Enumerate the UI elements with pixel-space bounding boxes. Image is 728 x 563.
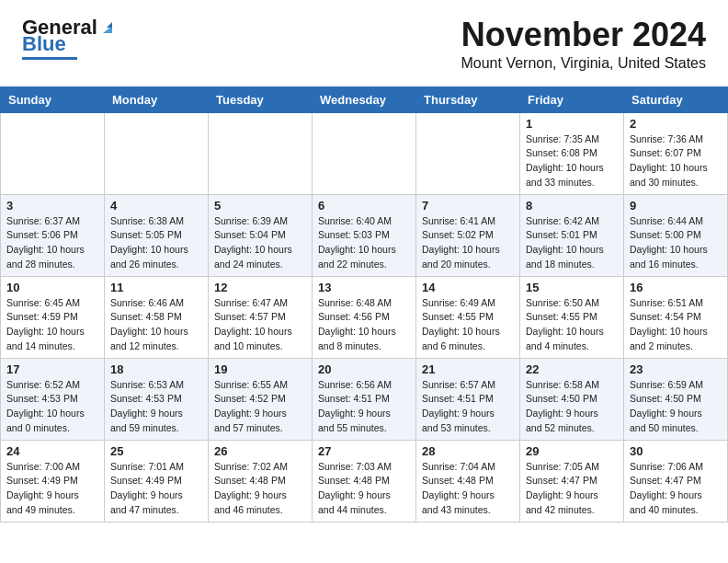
logo-underline <box>22 57 77 60</box>
day-info: Sunrise: 7:03 AMSunset: 4:48 PMDaylight:… <box>318 460 410 518</box>
calendar-cell: 22Sunrise: 6:58 AMSunset: 4:50 PMDayligh… <box>520 358 624 440</box>
day-number: 18 <box>110 362 202 376</box>
day-number: 22 <box>526 362 618 376</box>
day-info: Sunrise: 6:57 AMSunset: 4:51 PMDaylight:… <box>422 378 514 436</box>
day-number: 20 <box>318 362 410 376</box>
day-info: Sunrise: 6:49 AMSunset: 4:55 PMDaylight:… <box>422 296 514 354</box>
calendar-cell <box>416 112 520 194</box>
day-info: Sunrise: 6:37 AMSunset: 5:06 PMDaylight:… <box>6 214 98 272</box>
calendar-cell: 7Sunrise: 6:41 AMSunset: 5:02 PMDaylight… <box>416 194 520 276</box>
day-info: Sunrise: 6:58 AMSunset: 4:50 PMDaylight:… <box>526 378 618 436</box>
day-info: Sunrise: 6:38 AMSunset: 5:05 PMDaylight:… <box>110 214 202 272</box>
day-info: Sunrise: 6:39 AMSunset: 5:04 PMDaylight:… <box>214 214 306 272</box>
day-info: Sunrise: 6:45 AMSunset: 4:59 PMDaylight:… <box>6 296 98 354</box>
calendar-cell: 27Sunrise: 7:03 AMSunset: 4:48 PMDayligh… <box>313 440 416 522</box>
day-number: 16 <box>630 281 722 294</box>
day-number: 8 <box>526 199 618 213</box>
day-info: Sunrise: 6:42 AMSunset: 5:01 PMDaylight:… <box>526 214 618 272</box>
col-header-tuesday: Tuesday <box>209 86 313 112</box>
day-info: Sunrise: 6:44 AMSunset: 5:00 PMDaylight:… <box>630 214 722 272</box>
day-number: 23 <box>630 362 722 376</box>
day-number: 24 <box>6 444 98 458</box>
calendar-cell: 12Sunrise: 6:47 AMSunset: 4:57 PMDayligh… <box>209 276 313 358</box>
day-info: Sunrise: 7:05 AMSunset: 4:47 PMDaylight:… <box>526 460 618 518</box>
day-number: 13 <box>318 281 410 294</box>
calendar-cell <box>105 112 209 194</box>
logo: General Blue <box>22 17 116 60</box>
month-title: November 2024 <box>461 17 706 53</box>
logo-blue-text: Blue <box>22 32 66 55</box>
day-number: 9 <box>630 199 722 213</box>
calendar-cell: 23Sunrise: 6:59 AMSunset: 4:50 PMDayligh… <box>624 358 728 440</box>
calendar-cell: 28Sunrise: 7:04 AMSunset: 4:48 PMDayligh… <box>416 440 520 522</box>
col-header-saturday: Saturday <box>624 86 728 112</box>
calendar-cell: 15Sunrise: 6:50 AMSunset: 4:55 PMDayligh… <box>520 276 624 358</box>
calendar-cell: 11Sunrise: 6:46 AMSunset: 4:58 PMDayligh… <box>105 276 209 358</box>
col-header-wednesday: Wednesday <box>313 86 416 112</box>
calendar-week-row: 17Sunrise: 6:52 AMSunset: 4:53 PMDayligh… <box>1 358 728 440</box>
calendar-cell: 24Sunrise: 7:00 AMSunset: 4:49 PMDayligh… <box>1 440 105 522</box>
day-info: Sunrise: 7:35 AMSunset: 6:08 PMDaylight:… <box>526 132 618 190</box>
calendar-cell <box>313 112 416 194</box>
day-number: 14 <box>422 281 514 294</box>
calendar-week-row: 10Sunrise: 6:45 AMSunset: 4:59 PMDayligh… <box>1 276 728 358</box>
calendar-cell: 29Sunrise: 7:05 AMSunset: 4:47 PMDayligh… <box>520 440 624 522</box>
day-info: Sunrise: 7:02 AMSunset: 4:48 PMDaylight:… <box>214 460 306 518</box>
day-number: 15 <box>526 281 618 294</box>
calendar-cell: 10Sunrise: 6:45 AMSunset: 4:59 PMDayligh… <box>1 276 105 358</box>
day-info: Sunrise: 6:40 AMSunset: 5:03 PMDaylight:… <box>318 214 410 272</box>
calendar-cell: 25Sunrise: 7:01 AMSunset: 4:49 PMDayligh… <box>105 440 209 522</box>
calendar-cell: 8Sunrise: 6:42 AMSunset: 5:01 PMDaylight… <box>520 194 624 276</box>
day-info: Sunrise: 6:46 AMSunset: 4:58 PMDaylight:… <box>110 296 202 354</box>
calendar-cell: 5Sunrise: 6:39 AMSunset: 5:04 PMDaylight… <box>209 194 313 276</box>
day-number: 27 <box>318 444 410 458</box>
calendar-cell: 9Sunrise: 6:44 AMSunset: 5:00 PMDaylight… <box>624 194 728 276</box>
day-number: 10 <box>6 281 98 294</box>
title-block: November 2024 Mount Vernon, Virginia, Un… <box>461 17 706 72</box>
day-info: Sunrise: 6:47 AMSunset: 4:57 PMDaylight:… <box>214 296 306 354</box>
calendar-cell: 13Sunrise: 6:48 AMSunset: 4:56 PMDayligh… <box>313 276 416 358</box>
day-info: Sunrise: 7:04 AMSunset: 4:48 PMDaylight:… <box>422 460 514 518</box>
col-header-sunday: Sunday <box>1 86 105 112</box>
calendar-week-row: 3Sunrise: 6:37 AMSunset: 5:06 PMDaylight… <box>1 194 728 276</box>
col-header-monday: Monday <box>105 86 209 112</box>
day-info: Sunrise: 7:01 AMSunset: 4:49 PMDaylight:… <box>110 460 202 518</box>
calendar-cell: 14Sunrise: 6:49 AMSunset: 4:55 PMDayligh… <box>416 276 520 358</box>
calendar-cell: 16Sunrise: 6:51 AMSunset: 4:54 PMDayligh… <box>624 276 728 358</box>
calendar-cell <box>1 112 105 194</box>
calendar-cell: 26Sunrise: 7:02 AMSunset: 4:48 PMDayligh… <box>209 440 313 522</box>
day-number: 25 <box>110 444 202 458</box>
calendar-cell: 4Sunrise: 6:38 AMSunset: 5:05 PMDaylight… <box>105 194 209 276</box>
col-header-friday: Friday <box>520 86 624 112</box>
calendar-cell: 19Sunrise: 6:55 AMSunset: 4:52 PMDayligh… <box>209 358 313 440</box>
calendar-week-row: 1Sunrise: 7:35 AMSunset: 6:08 PMDaylight… <box>1 112 728 194</box>
col-header-thursday: Thursday <box>416 86 520 112</box>
day-info: Sunrise: 6:52 AMSunset: 4:53 PMDaylight:… <box>6 378 98 436</box>
day-number: 6 <box>318 199 410 213</box>
day-number: 29 <box>526 444 618 458</box>
calendar-cell: 6Sunrise: 6:40 AMSunset: 5:03 PMDaylight… <box>313 194 416 276</box>
calendar-week-row: 24Sunrise: 7:00 AMSunset: 4:49 PMDayligh… <box>1 440 728 522</box>
day-info: Sunrise: 6:41 AMSunset: 5:02 PMDaylight:… <box>422 214 514 272</box>
day-number: 12 <box>214 281 306 294</box>
day-number: 21 <box>422 362 514 376</box>
calendar-cell <box>209 112 313 194</box>
calendar-table: SundayMondayTuesdayWednesdayThursdayFrid… <box>0 86 728 523</box>
day-info: Sunrise: 6:50 AMSunset: 4:55 PMDaylight:… <box>526 296 618 354</box>
day-info: Sunrise: 7:00 AMSunset: 4:49 PMDaylight:… <box>6 460 98 518</box>
calendar-cell: 3Sunrise: 6:37 AMSunset: 5:06 PMDaylight… <box>1 194 105 276</box>
day-info: Sunrise: 6:55 AMSunset: 4:52 PMDaylight:… <box>214 378 306 436</box>
day-info: Sunrise: 6:53 AMSunset: 4:53 PMDaylight:… <box>110 378 202 436</box>
day-number: 30 <box>630 444 722 458</box>
svg-marker-1 <box>107 22 112 28</box>
calendar-cell: 17Sunrise: 6:52 AMSunset: 4:53 PMDayligh… <box>1 358 105 440</box>
day-info: Sunrise: 6:51 AMSunset: 4:54 PMDaylight:… <box>630 296 722 354</box>
day-number: 11 <box>110 281 202 294</box>
day-info: Sunrise: 7:06 AMSunset: 4:47 PMDaylight:… <box>630 460 722 518</box>
calendar-cell: 21Sunrise: 6:57 AMSunset: 4:51 PMDayligh… <box>416 358 520 440</box>
calendar-cell: 30Sunrise: 7:06 AMSunset: 4:47 PMDayligh… <box>624 440 728 522</box>
day-info: Sunrise: 6:59 AMSunset: 4:50 PMDaylight:… <box>630 378 722 436</box>
page-header: General Blue November 2024 Mount Vernon,… <box>0 0 728 79</box>
calendar-header-row: SundayMondayTuesdayWednesdayThursdayFrid… <box>1 86 728 112</box>
calendar-cell: 2Sunrise: 7:36 AMSunset: 6:07 PMDaylight… <box>624 112 728 194</box>
